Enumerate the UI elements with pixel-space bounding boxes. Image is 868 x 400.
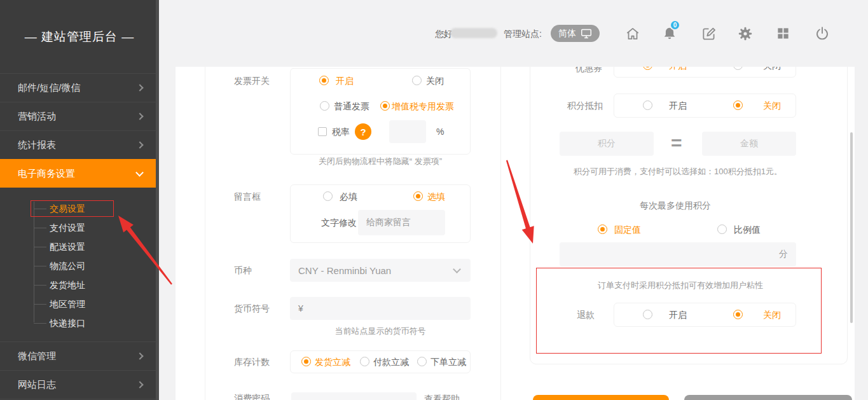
submenu-item-region-management[interactable]: 地区管理 [0,294,159,314]
save-button-partial[interactable] [533,395,669,400]
refund-off-label[interactable]: 关闭 [763,310,781,320]
ratio-value-radio[interactable] [717,224,727,234]
refund-label: 退款 [577,310,595,320]
chevron-right-icon [136,84,143,91]
message-optional-label[interactable]: 选填 [427,191,445,202]
ship-deduct-label[interactable]: 发货立减 [315,357,350,367]
invoice-on-radio[interactable] [319,76,329,85]
sidebar-item-label: 微信管理 [18,350,56,362]
message-required-label[interactable]: 必填 [340,191,357,202]
coupon-on-label[interactable]: 开启 [669,67,687,71]
refund-on-label[interactable]: 开启 [669,310,687,320]
sidebar-item-marketing[interactable]: 营销活动 [0,102,159,130]
chevron-right-icon [136,352,143,359]
message-text-input[interactable]: 给商家留言 [358,210,445,235]
content-panel: 发票开关 开启 关闭 普通发票 增值税专用发票 税率 ? % 关闭后购物流程中将… [176,67,855,400]
panel-scrollbar[interactable] [850,132,853,323]
submenu-item-payment-settings[interactable]: 支付设置 [0,218,159,237]
view-help-link[interactable]: 查看帮助 [424,394,460,400]
invoice-off-radio[interactable] [412,76,422,85]
chevron-right-icon [136,381,143,388]
message-box-label: 留言框 [234,191,261,202]
submenu-item-delivery-settings[interactable]: 配送设置 [0,237,159,256]
sidebar: — 建站管理后台 — 邮件/短信/微信 营销活动 统计报表 电子商务设置 交易设… [0,0,159,400]
order-deduct-radio[interactable] [417,357,427,366]
percent-sign: % [436,127,444,137]
sidebar-item-wechat-management[interactable]: 微信管理 [0,341,159,370]
sidebar-item-statistics[interactable]: 统计报表 [0,130,159,159]
currency-select[interactable]: CNY - Renminbi Yuan [290,259,471,282]
manage-site-label: 管理站点: [504,29,542,39]
submenu-item-logistics-company[interactable]: 物流公司 [0,256,159,275]
currency-symbol-label: 货币符号 [234,303,270,314]
chevron-down-icon [135,169,144,177]
currency-symbol-input[interactable]: ¥ [290,297,471,320]
sidebar-item-ecommerce-settings[interactable]: 电子商务设置 [0,159,159,188]
language-label: 简体 [558,28,576,39]
fixed-value-radio[interactable] [598,224,607,234]
message-required-radio[interactable] [323,191,333,201]
invoice-off-label[interactable]: 关闭 [426,76,444,86]
submenu-item-express-api[interactable]: 快递接口 [0,314,159,333]
points-usage-hint: 积分可用于消费，支付时可以选择如：100积分抵扣1元。 [560,167,796,176]
sidebar-item-mail-sms-wechat[interactable]: 邮件/短信/微信 [0,73,159,102]
submenu-item-trade-settings[interactable]: 交易设置 [0,199,159,218]
username-redacted [450,28,497,38]
consume-password-label: 消费密码 [234,393,270,400]
refund-on-radio[interactable] [643,310,652,319]
settings-gear-icon[interactable] [737,25,754,42]
notification-badge: 0 [670,20,680,31]
apps-grid-icon[interactable] [776,26,790,41]
normal-invoice-label[interactable]: 普通发票 [334,101,369,111]
admin-page: — 建站管理后台 — 邮件/短信/微信 营销活动 统计报表 电子商务设置 交易设… [0,0,868,400]
power-logout-icon[interactable] [814,25,830,42]
invoice-switch-label: 发票开关 [234,76,270,86]
reset-button-partial[interactable] [684,395,852,400]
sidebar-item-label: 网站日志 [18,379,56,391]
chevron-right-icon [136,141,143,148]
points-on-radio[interactable] [643,100,652,110]
vat-invoice-label[interactable]: 增值税专用发票 [392,101,454,111]
sidebar-item-label: 统计报表 [18,139,56,151]
home-icon[interactable] [624,25,641,42]
pay-deduct-radio[interactable] [360,357,369,366]
points-on-label[interactable]: 开启 [669,100,687,111]
points-off-label[interactable]: 关闭 [763,100,781,111]
points-off-radio[interactable] [733,100,743,110]
invoice-on-label[interactable]: 开启 [336,76,354,86]
edit-icon[interactable] [701,25,717,42]
text-edit-label: 文字修改 [321,217,357,228]
coupon-off-label[interactable]: 关闭 [763,67,781,71]
message-optional-radio[interactable] [413,191,423,201]
amount-value-input[interactable]: 金额 [702,132,796,156]
tax-rate-help-icon[interactable]: ? [355,123,371,140]
ratio-value-label[interactable]: 比例值 [734,224,761,235]
vat-invoice-radio[interactable] [380,101,390,111]
currency-symbol-hint: 当前站点显示的货币符号 [290,326,471,336]
consume-password-input[interactable] [291,392,417,400]
points-value-input[interactable]: 积分 [560,132,654,156]
coupon-label: 优惠券 [575,67,602,73]
tax-rate-checkbox[interactable] [318,127,327,136]
tax-rate-label[interactable]: 税率 [332,127,350,137]
language-switch-button[interactable]: 简体 [551,25,600,42]
sidebar-scrollbar[interactable] [156,0,159,400]
normal-invoice-radio[interactable] [320,101,329,111]
sidebar-item-site-logs[interactable]: 网站日志 [0,370,159,399]
monitor-icon [581,29,592,39]
tax-rate-input[interactable] [389,120,426,143]
points-deduction-label: 积分抵扣 [567,100,603,111]
ship-deduct-radio[interactable] [301,357,311,366]
sidebar-item-label: 营销活动 [18,111,56,123]
chevron-right-icon [136,113,143,120]
refund-off-radio[interactable] [733,310,743,319]
submenu-item-shipping-address[interactable]: 发货地址 [0,275,159,294]
equals-sign: = [671,134,682,153]
currency-label: 币种 [234,265,252,275]
invoice-hint: 关闭后购物流程中将隐藏“ 发票项” [290,156,471,166]
max-points-input[interactable]: 分 [560,242,796,266]
fixed-value-label[interactable]: 固定值 [614,224,641,235]
pay-deduct-label[interactable]: 付款立减 [373,357,409,367]
ecommerce-submenu: 交易设置 支付设置 配送设置 物流公司 发货地址 地区管理 快递接口 [0,188,159,341]
order-deduct-label[interactable]: 下单立减 [431,357,466,367]
